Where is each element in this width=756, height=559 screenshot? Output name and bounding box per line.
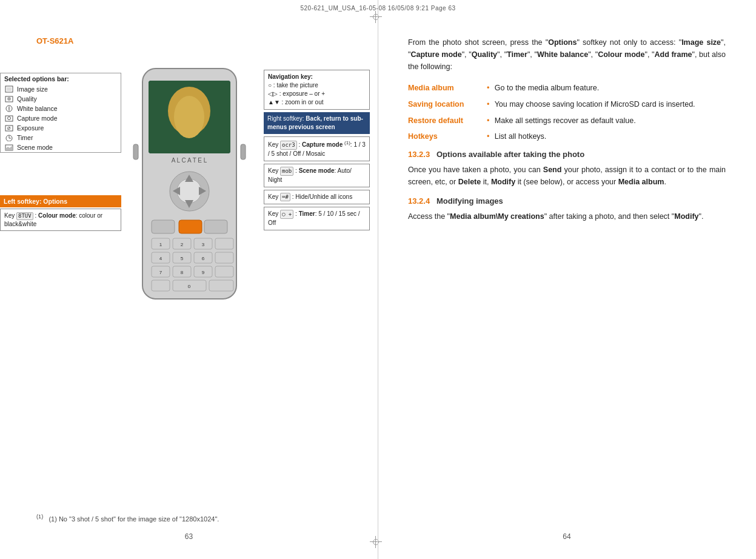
capture-mode-label: Capture mode [17, 115, 58, 122]
exposure-icon: Ø [4, 124, 14, 132]
svg-rect-26 [241, 144, 246, 159]
options-bar-box: Selected options bar: Image size Quality… [0, 73, 121, 153]
list-item: White balance [1, 104, 121, 113]
capture-mode-key-icon: ocr3 [280, 141, 297, 150]
section-13-2-3-title: Options available after taking the photo [437, 150, 584, 159]
svg-rect-28 [179, 220, 202, 233]
brand-title: OT-S621A [36, 36, 347, 45]
media-album-desc: • Go to the media album feature. [487, 82, 726, 94]
svg-text:6: 6 [202, 256, 205, 261]
svg-text:4: 4 [159, 256, 162, 261]
scene-mode-key-box-right: Key mob : Scene mode: Auto/ Night [264, 164, 370, 187]
footnote-superscript: (1) [36, 514, 43, 520]
exposure-label: Exposure [17, 124, 44, 132]
restore-default-label: Restore default [408, 115, 487, 127]
svg-text:5: 5 [181, 256, 184, 261]
svg-point-6 [8, 117, 11, 120]
right-softkey-box: Right softkey: Back, return to sub-menus… [264, 112, 370, 134]
scene-mode-key-icon-right: mob [280, 167, 293, 176]
section-13-2-3: 13.2.3 Options available after taking th… [408, 150, 726, 188]
svg-point-3 [7, 97, 11, 101]
svg-rect-1 [7, 87, 12, 91]
timer-key-box: Key ○ + : Timer: 5 / 10 / 15 sec / Off [264, 207, 370, 230]
timer-label: Timer [17, 134, 33, 141]
nav-key-take-pic: ○ : take the picture [268, 82, 318, 89]
svg-text:0: 0 [188, 284, 191, 289]
svg-point-20 [177, 179, 201, 203]
svg-rect-54 [209, 280, 233, 291]
svg-rect-50 [215, 266, 233, 277]
section-13-2-3-number: 13.2.3 [408, 150, 430, 159]
white-balance-label: White balance [17, 105, 58, 112]
footnote-text: (1) No "3 shot / 5 shot" for the image s… [49, 515, 219, 523]
timer-icon [4, 133, 14, 142]
media-album-row: Media album • Go to the media album feat… [408, 82, 726, 94]
svg-text:7: 7 [159, 270, 162, 275]
section-13-2-4-heading: 13.2.4 Modifying images [408, 196, 726, 206]
svg-text:1: 1 [159, 242, 162, 247]
nav-key-zoom: ▲▼ : zoom in or out [268, 99, 324, 105]
section-13-2-4-body: Access the "Media album\My creations" af… [408, 210, 726, 223]
svg-text:3: 3 [202, 242, 205, 247]
right-page: From the photo shot screen, press the "O… [378, 0, 756, 559]
hide-icons-key-box: Key ⌨# : Hide/Unhide all icons [264, 190, 370, 205]
section-13-2-4: 13.2.4 Modifying images Access the "Medi… [408, 196, 726, 223]
scene-mode-label: Scene mode [17, 144, 53, 151]
section-13-2-3-body: Once you have taken a photo, you can Sen… [408, 164, 726, 188]
image-size-label: Image size [17, 85, 48, 93]
restore-default-desc: • Make all settings recover as default v… [487, 115, 726, 127]
list-item: Scene mode [1, 142, 121, 152]
list-item: Timer [1, 133, 121, 142]
right-page-number: 64 [563, 532, 570, 541]
saving-location-row: Saving location • You may choose saving … [408, 99, 726, 110]
nav-key-exposure: ◁▷ : exposure – or + [268, 90, 325, 97]
section-13-2-4-title: Modifying images [437, 196, 503, 206]
svg-rect-51 [152, 280, 170, 291]
options-bar-title: Selected options bar: [1, 73, 121, 84]
timer-key-icon: ○ + [280, 210, 293, 219]
hide-key-icon: ⌨# [280, 193, 290, 202]
svg-rect-43 [215, 252, 233, 263]
nav-key-section: Navigation key: ○ : take the picture ◁▷ … [264, 70, 370, 233]
saving-location-desc: • You may choose saving location if Micr… [487, 99, 726, 110]
feature-table: Media album • Go to the media album feat… [408, 82, 726, 142]
left-page: OT-S621A Selected options bar: Image siz… [0, 0, 378, 559]
capture-mode-key-box: Key ocr3 : Capture mode (1): 1 / 3 / 5 s… [264, 136, 370, 161]
section-13-2-4-number: 13.2.4 [408, 196, 430, 206]
svg-rect-36 [215, 238, 233, 249]
svg-text:9: 9 [202, 270, 205, 275]
left-page-number: 63 [185, 532, 193, 541]
list-item: Image size [1, 84, 121, 94]
section-13-2-3-heading: 13.2.3 Options available after taking th… [408, 150, 726, 159]
restore-default-row: Restore default • Make all settings reco… [408, 115, 726, 127]
list-item: Quality [1, 94, 121, 104]
svg-rect-29 [204, 220, 227, 233]
svg-text:A L C A T E L: A L C A T E L [172, 157, 207, 164]
media-album-label: Media album [408, 82, 487, 94]
intro-paragraph: From the photo shot screen, press the "O… [408, 36, 726, 73]
svg-text:2: 2 [181, 242, 184, 247]
white-balance-icon [4, 104, 14, 113]
left-softkey-box: Left softkey: Options [0, 195, 121, 207]
hotkeys-desc: • List all hotkeys. [487, 131, 726, 142]
quality-label: Quality [17, 95, 37, 102]
saving-location-label: Saving location [408, 99, 487, 110]
phone-illustration: A L C A T E L 1 2 3 4 [130, 65, 249, 302]
list-item: Ø Exposure [1, 123, 121, 133]
scene-mode-icon [4, 143, 14, 152]
svg-text:Ø: Ø [7, 126, 11, 130]
colourmode-key-box: Key 8TUV : Colour mode: colour or black&… [0, 209, 121, 231]
hotkeys-row: Hotkeys • List all hotkeys. [408, 131, 726, 142]
svg-rect-25 [133, 144, 138, 159]
left-softkey-label: Left softkey: Options [4, 198, 67, 205]
nav-key-box: Navigation key: ○ : take the picture ◁▷ … [264, 70, 370, 110]
image-size-icon [4, 85, 14, 93]
svg-rect-27 [152, 220, 175, 233]
footnote: (1) (1) No "3 shot / 5 shot" for the ima… [36, 514, 346, 523]
colourmode-key-icon: 8TUV [16, 212, 33, 221]
quality-icon [4, 95, 14, 103]
capture-mode-icon [4, 114, 14, 122]
hotkeys-label: Hotkeys [408, 131, 487, 142]
svg-point-17 [174, 96, 204, 138]
svg-text:8: 8 [181, 270, 184, 275]
